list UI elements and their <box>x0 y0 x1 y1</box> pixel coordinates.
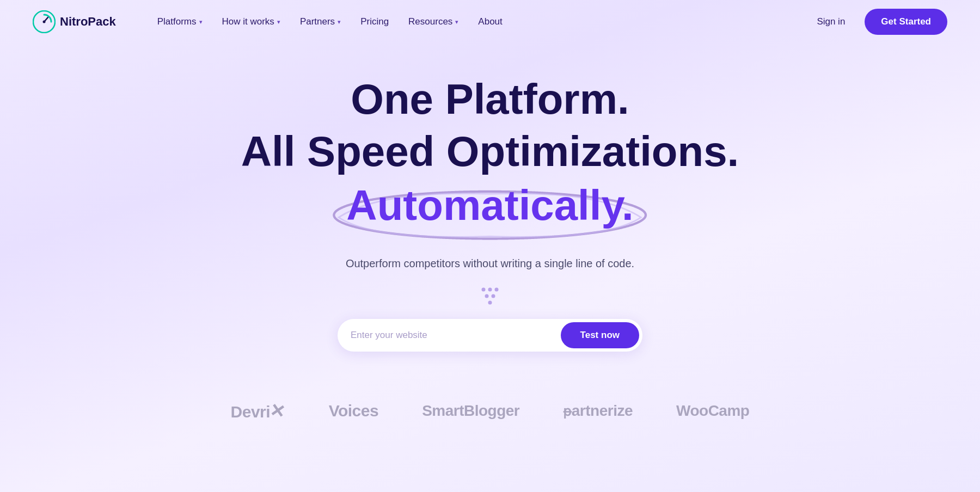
svg-point-4 <box>482 287 486 291</box>
partner-logo-voices: Voices <box>329 402 379 420</box>
website-input-bar: Test now <box>338 319 642 352</box>
chevron-down-icon: ▾ <box>455 19 458 26</box>
svg-point-2 <box>43 21 46 23</box>
hero-title-line2: All Speed Optimizations. <box>22 128 958 175</box>
logo-text: NitroPack <box>60 15 116 29</box>
logo-icon <box>33 10 56 33</box>
navbar: NitroPack Platforms ▾ How it works ▾ Par… <box>0 0 980 44</box>
svg-point-8 <box>492 294 495 298</box>
sign-in-link[interactable]: Sign in <box>808 12 854 32</box>
partner-logo-woocamp: WooCamp <box>676 402 749 420</box>
partner-logo-partnerize: ᵽartnerize <box>563 402 633 420</box>
nav-item-about[interactable]: About <box>469 12 511 32</box>
nav-item-how-it-works[interactable]: How it works ▾ <box>213 12 289 32</box>
test-now-button[interactable]: Test now <box>561 322 639 348</box>
svg-point-7 <box>485 294 489 298</box>
nav-item-platforms[interactable]: Platforms ▾ <box>149 12 211 32</box>
chevron-down-icon: ▾ <box>199 19 203 26</box>
nav-item-pricing[interactable]: Pricing <box>352 12 397 32</box>
nav-item-partners[interactable]: Partners ▾ <box>291 12 350 32</box>
svg-point-6 <box>495 287 499 291</box>
hero-section: One Platform. All Speed Optimizations. A… <box>0 44 980 373</box>
svg-point-9 <box>488 300 492 304</box>
hero-auto-text: Automatically. <box>346 181 633 229</box>
get-started-button[interactable]: Get Started <box>865 9 947 35</box>
dots-decoration-icon <box>478 286 502 306</box>
partner-logos-bar: Devri✕ Voices SmartBlogger ᵽartnerize Wo… <box>0 373 980 438</box>
svg-point-5 <box>488 287 492 291</box>
partner-logo-devrix: Devri✕ <box>231 401 285 422</box>
hero-title-line1: One Platform. <box>22 76 958 123</box>
partner-logo-smartblogger: SmartBlogger <box>422 402 519 420</box>
chevron-down-icon: ▾ <box>277 19 280 26</box>
nav-links: Platforms ▾ How it works ▾ Partners ▾ Pr… <box>149 12 808 32</box>
hero-auto-wrapper: Automatically. <box>346 181 633 230</box>
nav-right: Sign in Get Started <box>808 9 947 35</box>
logo-link[interactable]: NitroPack <box>33 10 116 33</box>
hero-subtitle: Outperform competitors without writing a… <box>22 257 958 270</box>
website-input[interactable] <box>351 330 561 341</box>
chevron-down-icon: ▾ <box>338 19 341 26</box>
nav-item-resources[interactable]: Resources ▾ <box>400 12 467 32</box>
